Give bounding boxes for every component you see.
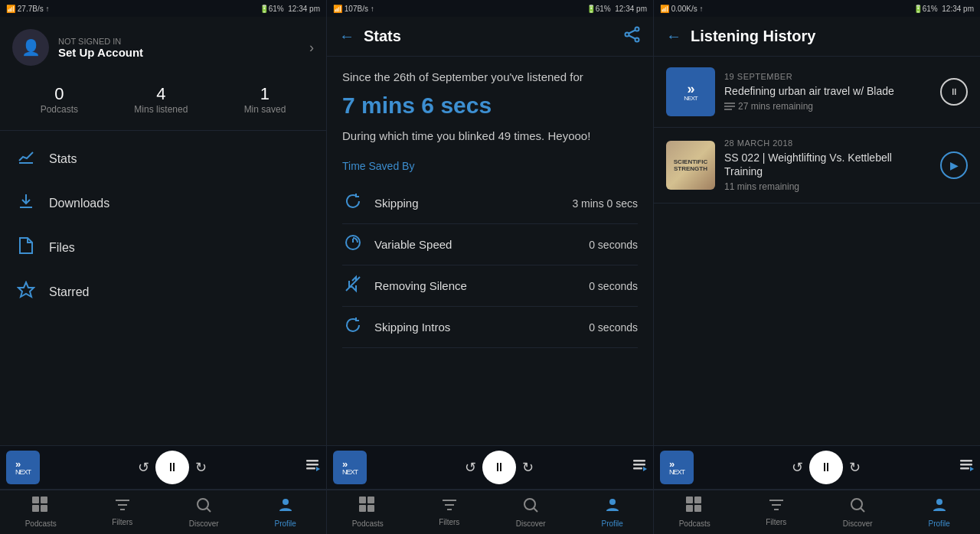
nav-discover-1[interactable]: Discover [163, 490, 245, 534]
nav-filters-1[interactable]: Filters [82, 490, 164, 534]
chevron-right-icon: › [309, 40, 314, 56]
bottom-nav-1: Podcasts Filters Discover Profile [0, 490, 327, 534]
nav-profile-3-label: Profile [929, 519, 950, 528]
svg-rect-4 [306, 460, 318, 462]
stats-back-button[interactable]: ← [339, 28, 354, 45]
history-item-2[interactable]: SCIENTIFICSTRENGTH 28 MARCH 2018 SS 022 … [654, 128, 980, 204]
profile-icon-1 [277, 497, 294, 517]
nav-profile-1[interactable]: Profile [245, 490, 327, 534]
svg-point-19 [626, 33, 629, 37]
stat-mins-number: 4 [134, 84, 188, 104]
history-play-button-2[interactable]: ▶ [940, 151, 968, 179]
svg-point-15 [198, 499, 208, 510]
stats-share-button[interactable] [624, 26, 641, 47]
history-date-2: 28 MARCH 2018 [724, 138, 931, 148]
svg-rect-9 [41, 497, 47, 503]
status-signal-1: 📶 27.7B/s ↑ [6, 5, 49, 13]
time-saved-intros: Skipping Intros 0 seconds [342, 307, 638, 348]
nav-podcasts-3[interactable]: Podcasts [654, 490, 736, 534]
np-controls-2: ↺ ⏸ ↻ [371, 451, 627, 484]
nav-profile-3[interactable]: Profile [899, 490, 981, 534]
history-title-2: SS 022 | Weightlifting Vs. Kettlebell Tr… [724, 151, 931, 178]
status-bar-1: 📶 27.7B/s ↑ 🔋61% 12:34 pm [0, 0, 327, 17]
svg-rect-44 [960, 464, 972, 466]
nav-discover-3-label: Discover [843, 519, 873, 528]
status-bar-2: 📶 107B/s ↑ 🔋61% 12:34 pm [327, 0, 654, 17]
nav-filters-3[interactable]: Filters [736, 490, 818, 534]
history-pause-button-1[interactable]: ⏸ [940, 78, 968, 106]
status-signal-2: 📶 107B/s ↑ [333, 5, 374, 13]
nav-podcasts-2-label: Podcasts [352, 519, 384, 528]
time-saved-by-label: Time Saved By [342, 160, 638, 172]
variable-speed-label: Variable Speed [374, 238, 578, 251]
history-back-button[interactable]: ← [666, 28, 681, 45]
svg-line-16 [207, 508, 211, 512]
avatar-icon: 👤 [21, 38, 41, 57]
nav-filters-3-label: Filters [766, 518, 786, 526]
svg-rect-26 [633, 460, 645, 462]
nav-podcasts-1-label: Podcasts [25, 519, 57, 528]
silence-icon [342, 275, 364, 297]
svg-point-56 [936, 499, 942, 505]
svg-rect-45 [960, 467, 969, 470]
np-replay-button-3[interactable]: ↺ [792, 459, 803, 476]
avatar: 👤 [12, 29, 49, 66]
nav-profile-2[interactable]: Profile [572, 490, 654, 534]
np-pause-button-1[interactable]: ⏸ [155, 451, 189, 484]
stat-saved-label: Min saved [244, 104, 286, 115]
nav-filters-2[interactable]: Filters [409, 490, 491, 534]
svg-point-18 [635, 28, 639, 31]
np-pause-button-3[interactable]: ⏸ [809, 451, 843, 484]
stat-mins-label: Mins listened [134, 104, 188, 115]
nav-discover-2[interactable]: Discover [490, 490, 572, 534]
nav-profile-1-label: Profile [275, 519, 296, 528]
np-forward-button-3[interactable]: ↻ [849, 459, 861, 476]
stats-intro-text: Since the 26th of September you've liste… [342, 69, 638, 86]
sidebar-item-downloads-label: Downloads [49, 197, 109, 210]
svg-rect-50 [694, 505, 701, 512]
variable-speed-icon [342, 233, 364, 256]
history-title-1: Redefining urban air travel w/ Blade [724, 84, 931, 98]
nav-discover-3[interactable]: Discover [817, 490, 899, 534]
status-signal-3: 📶 0.00K/s ↑ [660, 5, 703, 13]
profile-header[interactable]: 👤 NOT SIGNED IN Set Up Account › [0, 17, 326, 78]
nav-podcasts-2[interactable]: Podcasts [327, 490, 409, 534]
np-replay-button-1[interactable]: ↺ [138, 459, 149, 476]
np-queue-button-1[interactable] [305, 460, 320, 475]
sidebar-item-stats[interactable]: Stats [0, 137, 326, 181]
svg-rect-49 [686, 505, 693, 512]
panel-profile: 👤 NOT SIGNED IN Set Up Account › 0 Podca… [0, 17, 327, 534]
stat-mins-listened: 4 Mins listened [134, 84, 188, 115]
np-queue-button-2[interactable] [632, 460, 647, 475]
np-replay-button-2[interactable]: ↺ [465, 459, 476, 476]
nav-filters-1-label: Filters [112, 518, 132, 526]
sidebar-item-downloads[interactable]: Downloads [0, 181, 326, 226]
intros-value: 0 seconds [589, 321, 638, 334]
nav-podcasts-1[interactable]: Podcasts [0, 490, 82, 534]
discover-icon-2 [522, 497, 539, 517]
svg-line-55 [861, 508, 864, 512]
history-item-1[interactable]: »NEXT 19 SEPTEMBER Redefining urban air … [654, 57, 980, 128]
podcasts-icon-3 [686, 497, 703, 517]
now-playing-bar-3: »NEXT ↺ ⏸ ↻ [654, 445, 980, 490]
sidebar-item-files[interactable]: Files [0, 226, 326, 270]
profile-icon-2 [604, 497, 621, 517]
np-forward-button-2[interactable]: ↻ [522, 459, 534, 476]
sidebar-item-stats-label: Stats [49, 152, 77, 166]
sidebar-item-starred-label: Starred [49, 285, 89, 299]
np-logo-3: »NEXT [660, 451, 694, 484]
np-queue-button-3[interactable] [959, 460, 974, 475]
svg-rect-47 [686, 497, 693, 503]
profile-stats-row: 0 Podcasts 4 Mins listened 1 Min saved [0, 78, 326, 130]
star-icon [15, 281, 37, 304]
silence-value: 0 seconds [589, 280, 638, 292]
svg-rect-8 [32, 497, 39, 503]
nav-discover-2-label: Discover [516, 519, 546, 528]
sidebar-item-starred[interactable]: Starred [0, 270, 326, 314]
np-pause-button-2[interactable]: ⏸ [482, 451, 516, 484]
now-playing-bar-1: »NEXT ↺ ⏸ ↻ [0, 445, 326, 490]
svg-marker-7 [316, 467, 320, 471]
np-forward-button-1[interactable]: ↻ [195, 459, 207, 476]
svg-line-38 [534, 508, 537, 512]
intros-icon [342, 316, 364, 338]
